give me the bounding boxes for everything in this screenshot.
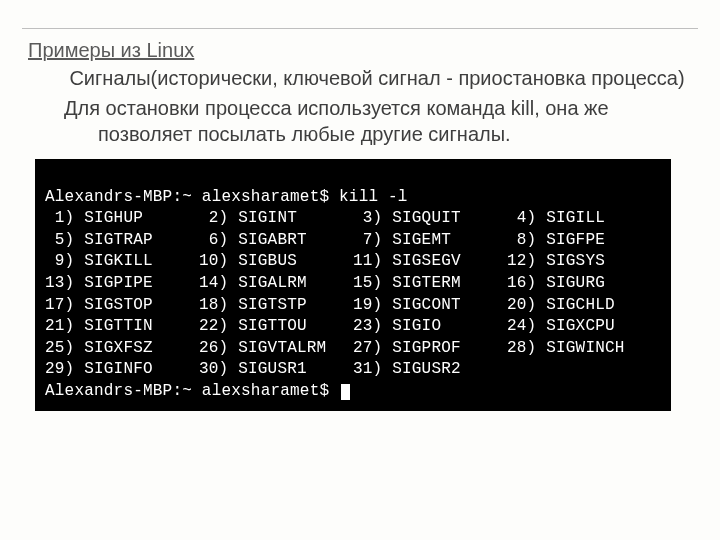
signal-cell: 4) SIGILL (507, 208, 661, 230)
signal-cell: 31) SIGUSR2 (353, 359, 507, 381)
signal-row: 1) SIGHUP 2) SIGINT 3) SIGQUIT 4) SIGILL (45, 208, 661, 230)
heading: Примеры из Linux (28, 39, 692, 62)
terminal-prompt-1: Alexandrs-MBP:~ alexsharamet$ kill -l (45, 187, 661, 209)
signal-cell: 28) SIGWINCH (507, 338, 661, 360)
cursor (341, 384, 350, 400)
signal-cell: 17) SIGSTOP (45, 295, 199, 317)
signal-cell: 7) SIGEMT (353, 230, 507, 252)
signal-cell: 30) SIGUSR1 (199, 359, 353, 381)
signal-cell: 16) SIGURG (507, 273, 661, 295)
slide: Примеры из Linux Сигналы(исторически, кл… (0, 0, 720, 540)
signal-cell: 29) SIGINFO (45, 359, 199, 381)
divider (22, 28, 698, 29)
terminal: Alexandrs-MBP:~ alexsharamet$ kill -l 1)… (35, 159, 671, 411)
signal-cell: 22) SIGTTOU (199, 316, 353, 338)
signal-cell: 3) SIGQUIT (353, 208, 507, 230)
signal-cell: 26) SIGVTALRM (199, 338, 353, 360)
signal-cell: 27) SIGPROF (353, 338, 507, 360)
signal-cell: 10) SIGBUS (199, 251, 353, 273)
signal-row: 17) SIGSTOP18) SIGTSTP19) SIGCONT20) SIG… (45, 295, 661, 317)
signal-cell: 9) SIGKILL (45, 251, 199, 273)
signal-cell: 21) SIGTTIN (45, 316, 199, 338)
subheading-kill: Для остановки процесса используется кома… (44, 95, 692, 147)
terminal-prompt-2-text: Alexandrs-MBP:~ alexsharamet$ (45, 382, 339, 400)
signal-cell: 14) SIGALRM (199, 273, 353, 295)
signal-cell: 25) SIGXFSZ (45, 338, 199, 360)
signal-cell: 13) SIGPIPE (45, 273, 199, 295)
signal-cell: 19) SIGCONT (353, 295, 507, 317)
subheading-signals: Сигналы(исторически, ключевой сигнал - п… (28, 66, 692, 91)
signal-row: 9) SIGKILL10) SIGBUS11) SIGSEGV12) SIGSY… (45, 251, 661, 273)
signal-cell: 24) SIGXCPU (507, 316, 661, 338)
terminal-prompt-2: Alexandrs-MBP:~ alexsharamet$ (45, 381, 661, 403)
signal-row: 13) SIGPIPE14) SIGALRM15) SIGTERM16) SIG… (45, 273, 661, 295)
signal-cell: 1) SIGHUP (45, 208, 199, 230)
signal-row: 25) SIGXFSZ26) SIGVTALRM27) SIGPROF28) S… (45, 338, 661, 360)
subheading-signals-text: Сигналы(исторически, ключевой сигнал - п… (69, 67, 684, 89)
signal-cell: 23) SIGIO (353, 316, 507, 338)
signal-table: 1) SIGHUP 2) SIGINT 3) SIGQUIT 4) SIGILL… (45, 208, 661, 381)
signal-cell: 6) SIGABRT (199, 230, 353, 252)
signal-cell: 18) SIGTSTP (199, 295, 353, 317)
signal-row: 21) SIGTTIN22) SIGTTOU23) SIGIO24) SIGXC… (45, 316, 661, 338)
signal-row: 5) SIGTRAP 6) SIGABRT 7) SIGEMT 8) SIGFP… (45, 230, 661, 252)
signal-cell: 15) SIGTERM (353, 273, 507, 295)
signal-row: 29) SIGINFO30) SIGUSR131) SIGUSR2 (45, 359, 661, 381)
signal-cell: 11) SIGSEGV (353, 251, 507, 273)
signal-cell: 12) SIGSYS (507, 251, 661, 273)
signal-cell: 2) SIGINT (199, 208, 353, 230)
signal-cell: 5) SIGTRAP (45, 230, 199, 252)
signal-cell: 20) SIGCHLD (507, 295, 661, 317)
signal-cell: 8) SIGFPE (507, 230, 661, 252)
